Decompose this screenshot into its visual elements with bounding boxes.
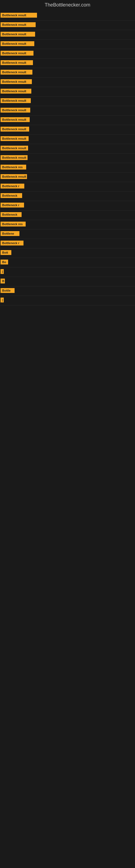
bar-row-7: Bottleneck result xyxy=(0,78,135,87)
bottleneck-bar: Bottleneck result xyxy=(1,117,30,122)
bottleneck-bar: Bottleneck result xyxy=(1,174,27,179)
bar-row-15: Bottleneck result xyxy=(0,154,135,163)
bar-row-21: Bottleneck xyxy=(0,211,135,220)
site-title: TheBottlenecker.com xyxy=(0,0,135,11)
bottleneck-bar: Bottleneck res xyxy=(1,222,26,226)
bottleneck-bar: Bottleneck result xyxy=(1,70,32,74)
bar-row-29: Bottle xyxy=(0,286,135,296)
bar-row-25: Bott xyxy=(0,248,135,258)
bar-row-28: B xyxy=(0,277,135,286)
bottleneck-bar: Bottleneck result xyxy=(1,41,34,46)
bottleneck-bar: Bottleneck result xyxy=(1,108,30,113)
bottleneck-bar: Bottleneck result xyxy=(1,22,36,27)
bar-row-9: Bottleneck result xyxy=(0,97,135,106)
bar-row-1: Bottleneck result xyxy=(0,21,135,30)
bottleneck-bar: B xyxy=(1,279,5,283)
bottleneck-bar: Bottleneck r xyxy=(1,203,24,208)
bar-row-11: Bottleneck result xyxy=(0,116,135,125)
bottleneck-bar: Bottleneck result xyxy=(1,155,28,160)
bar-row-3: Bottleneck result xyxy=(0,40,135,49)
bottleneck-bar: Bo xyxy=(1,259,8,265)
bar-row-18: Bottleneck r xyxy=(0,182,135,191)
bar-row-5: Bottleneck result xyxy=(0,59,135,68)
bottleneck-bar: Bottleneck result xyxy=(1,98,31,103)
bottleneck-bar: Bottleneck xyxy=(1,193,22,198)
bottleneck-bar: Bottle xyxy=(1,288,14,293)
bottleneck-bar: | xyxy=(1,269,4,274)
bottleneck-bar: | xyxy=(1,298,4,303)
bottleneck-bar: Bottlene xyxy=(1,231,19,236)
bottleneck-bar: Bottleneck result xyxy=(1,89,31,94)
bottleneck-bar: Bottleneck res xyxy=(1,165,26,169)
bar-row-12: Bottleneck result xyxy=(0,125,135,134)
bottleneck-bar: Bottleneck result xyxy=(1,127,29,131)
bar-row-20: Bottleneck r xyxy=(0,201,135,211)
bar-row-26: Bo xyxy=(0,258,135,268)
bar-row-4: Bottleneck result xyxy=(0,49,135,59)
bar-row-6: Bottleneck result xyxy=(0,68,135,78)
bottleneck-bar: Bottleneck result xyxy=(1,60,33,65)
bar-row-13: Bottleneck result xyxy=(0,134,135,144)
bar-row-27: | xyxy=(0,268,135,277)
bar-row-23: Bottlene xyxy=(0,229,135,239)
bottleneck-bar: Bottleneck result xyxy=(1,79,32,84)
bottleneck-bar: Bottleneck result xyxy=(1,13,37,18)
bottleneck-bar: Bottleneck result xyxy=(1,32,35,37)
bottleneck-bar: Bottleneck r xyxy=(1,241,24,246)
bar-row-8: Bottleneck result xyxy=(0,87,135,97)
bottleneck-bar: Bottleneck result xyxy=(1,146,28,151)
bottleneck-bar: Bottleneck result xyxy=(1,136,29,141)
bottleneck-bar: Bottleneck xyxy=(1,212,21,217)
bar-row-10: Bottleneck result xyxy=(0,106,135,116)
bar-row-30: | xyxy=(0,296,135,305)
bottleneck-bar: Bottleneck result xyxy=(1,51,34,56)
bar-row-24: Bottleneck r xyxy=(0,239,135,248)
bar-row-2: Bottleneck result xyxy=(0,30,135,40)
bar-row-17: Bottleneck result xyxy=(0,173,135,182)
bottleneck-bar: Bott xyxy=(1,250,11,255)
bar-row-14: Bottleneck result xyxy=(0,144,135,154)
bar-row-0: Bottleneck result xyxy=(0,11,135,21)
chart-area: Bottleneck resultBottleneck resultBottle… xyxy=(0,11,135,311)
bar-row-19: Bottleneck xyxy=(0,191,135,201)
bar-row-16: Bottleneck res xyxy=(0,163,135,173)
bar-row-22: Bottleneck res xyxy=(0,220,135,229)
bottleneck-bar: Bottleneck r xyxy=(1,184,24,188)
